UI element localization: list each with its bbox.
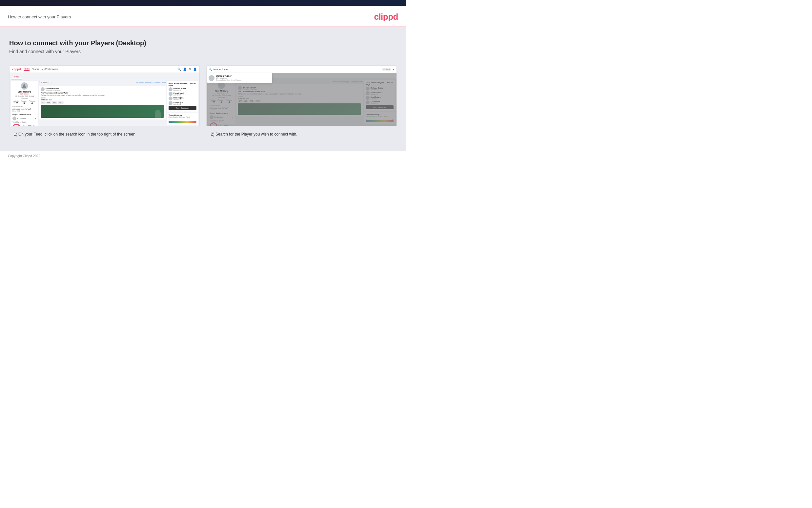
- player-row: Eli Vincent ▾: [12, 117, 36, 120]
- profile-club: Mill Ride Golf Club, United Kingdom: [12, 95, 36, 99]
- bar-ott: OTT 79: [22, 125, 36, 126]
- mock-search-bar: 🔍 Marcus Turner CLEAR ×: [206, 66, 396, 73]
- caption-text-2: 2) Search for the Player you wish to con…: [211, 131, 392, 137]
- avatar-icon-nav[interactable]: 👤: [193, 68, 197, 71]
- heatmap-sub: Player Quality · 25 Round Trend: [169, 117, 196, 118]
- settings-icon-nav[interactable]: ⚙: [189, 68, 191, 71]
- latest-activity-label: Latest Activity: [12, 106, 36, 108]
- page-title: How to connect with your Players: [8, 14, 71, 19]
- player3-name: Hiral Pujara: [174, 97, 184, 99]
- post-author: Richard Butler: [46, 88, 60, 90]
- app-mock-2: 🔍 Marcus Turner CLEAR × Marcus Turner 1-…: [206, 65, 397, 126]
- mock-nav-home[interactable]: Home: [23, 68, 30, 71]
- heatmap-card: Team Heatmap Player Quality · 25 Round T…: [167, 113, 198, 125]
- app-mock-1: clippd Home Teams My Performance 🔍 👤 ⚙ 👤…: [9, 65, 200, 126]
- post-image: [41, 105, 164, 118]
- mock-center-feed: Following ▾ Control who can see your act…: [39, 81, 165, 126]
- latest-activity-date: 27 Jul 2022: [12, 110, 36, 112]
- mock-body-1: Blair McHarg Golf Coach Mill Ride Golf C…: [9, 79, 199, 126]
- post-author-avatar: [41, 87, 45, 91]
- hero-section: How to connect with your Players (Deskto…: [9, 36, 397, 62]
- result-avatar: [208, 75, 214, 81]
- latest-activity-text: Afternoon round of golf: [12, 108, 36, 110]
- following-bar: Following ▾ Control who can see your act…: [39, 81, 165, 84]
- score-circle: 84: [12, 124, 20, 126]
- tag-arg: ARG: [52, 101, 57, 104]
- dropdown-arrow[interactable]: ▾: [35, 118, 36, 120]
- mock-feed-tab[interactable]: Feed: [11, 75, 22, 79]
- search-icon: 🔍: [208, 68, 212, 71]
- caption-area-1: 1) On your Feed, click on the search ico…: [9, 126, 200, 140]
- result-name: Marcus Turner: [216, 75, 242, 77]
- clear-button[interactable]: CLEAR: [382, 68, 391, 71]
- post-body: Walking the course with my coach to buil…: [41, 94, 164, 96]
- tag-app: APP: [46, 101, 51, 104]
- player-avatar-sm: [12, 117, 16, 120]
- player-entry-4: Eli Vincent Activities: 1: [169, 101, 196, 105]
- player-performance-title: Player Performance: [12, 114, 36, 116]
- mock-nav-teams[interactable]: Teams: [32, 68, 39, 70]
- player1-avatar: [169, 87, 173, 91]
- screenshot-card-2: 🔍 Marcus Turner CLEAR × Marcus Turner 1-…: [206, 65, 397, 140]
- header: How to connect with your Players clippd: [0, 6, 406, 27]
- player1-activities: Activities: 7: [174, 90, 186, 91]
- player4-avatar: [169, 101, 173, 105]
- screenshot-card-1: clippd Home Teams My Performance 🔍 👤 ⚙ 👤…: [9, 65, 200, 140]
- mock-sidebar-1: Blair McHarg Golf Coach Mill Ride Golf C…: [11, 81, 38, 126]
- mock-nav-performance[interactable]: My Performance: [42, 68, 58, 70]
- control-link[interactable]: Control who can see your activity and da…: [135, 81, 165, 83]
- player-entry-2: Piers Parnell Activities: 4: [169, 92, 196, 96]
- team-dashboard-btn[interactable]: Team Dashboard: [169, 106, 196, 110]
- mock-right-panel: Most Active Players - Last 30 days Richa…: [167, 81, 198, 126]
- search-result-item[interactable]: Marcus Turner 1-5 Handicap Cypress Point…: [208, 75, 270, 81]
- player1-name: Richard Butler: [174, 88, 186, 90]
- top-bar: [0, 0, 406, 6]
- quality-label: Total Player Quality: [12, 121, 36, 123]
- player-entry-3: Hiral Pujara Activities: 3: [169, 96, 196, 100]
- hero-title: How to connect with your Players (Deskto…: [9, 39, 397, 47]
- tag-putt: PUTT: [58, 101, 64, 104]
- post-title: Pre Tournament Course Walk: [41, 92, 164, 94]
- profile-stats: Activities 129 Followers 3 Following 4: [12, 100, 36, 104]
- player3-activities: Activities: 3: [174, 99, 184, 100]
- player2-name: Piers Parnell: [174, 92, 184, 94]
- caption-area-2: 2) Search for the Player you wish to con…: [206, 126, 397, 140]
- hero-subtitle: Find and connect with your Players: [9, 49, 397, 54]
- screenshots-grid: clippd Home Teams My Performance 🔍 👤 ⚙ 👤…: [9, 65, 397, 140]
- player-name-sm: Eli Vincent: [17, 118, 26, 120]
- copyright-text: Copyright Clippd 2022: [8, 154, 40, 158]
- player-entry-1: Richard Butler Activities: 7: [169, 87, 196, 91]
- post-meta: Yesterday · The Grove: [46, 90, 60, 91]
- main-content: How to connect with your Players (Deskto…: [0, 27, 406, 151]
- profile-avatar: [21, 82, 28, 90]
- heatmap-title: Team Heatmap: [169, 114, 196, 116]
- mock-nav-1: clippd Home Teams My Performance 🔍 👤 ⚙ 👤: [9, 66, 199, 73]
- stat-following: Following 4: [29, 100, 35, 104]
- most-active-card: Most Active Players - Last 30 days Richa…: [167, 81, 198, 112]
- player2-activities: Activities: 4: [174, 94, 184, 96]
- stat-activities: Activities 129: [13, 100, 19, 104]
- search-icon-nav[interactable]: 🔍: [178, 68, 181, 71]
- footer: Copyright Clippd 2022: [0, 151, 406, 161]
- profile-name: Blair McHarg: [12, 91, 36, 93]
- post-header: Richard Butler Yesterday · The Grove: [41, 87, 164, 91]
- post-tags: OTT APP ARG PUTT: [41, 101, 164, 104]
- profile-role: Golf Coach: [12, 93, 36, 95]
- search-result-dropdown: Marcus Turner 1-5 Handicap Cypress Point…: [206, 73, 272, 83]
- mock-logo-1: clippd: [12, 68, 21, 71]
- tag-ott: OTT: [41, 101, 46, 104]
- close-button[interactable]: ×: [392, 68, 394, 71]
- player4-activities: Activities: 1: [174, 103, 183, 105]
- logo: clippd: [374, 12, 398, 22]
- caption-text-1: 1) On your Feed, click on the search ico…: [14, 131, 195, 137]
- most-active-title: Most Active Players - Last 30 days: [169, 82, 196, 86]
- player4-name: Eli Vincent: [174, 101, 183, 103]
- profile-icon-nav[interactable]: 👤: [183, 68, 187, 71]
- search-input-mock[interactable]: Marcus Turner: [213, 68, 381, 71]
- stat-followers: Followers 3: [21, 100, 27, 104]
- duration-value: 02 hr : 00 min: [41, 99, 164, 101]
- player2-avatar: [169, 92, 173, 96]
- following-btn[interactable]: Following ▾: [39, 81, 51, 84]
- result-club: Cypress Point Club, United Kingdom: [216, 79, 242, 81]
- player3-avatar: [169, 96, 173, 100]
